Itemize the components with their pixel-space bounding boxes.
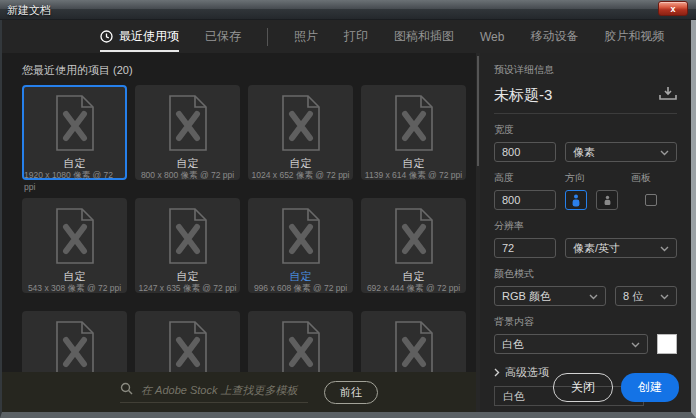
recent-document-card[interactable]: 自定 543 x 308 像素 @ 72 ppi	[22, 198, 127, 293]
tab-6[interactable]: 移动设备	[530, 20, 578, 53]
document-template-icon	[52, 207, 98, 269]
create-button[interactable]: 创建	[621, 373, 679, 402]
chevron-down-icon	[660, 290, 669, 302]
recent-document-card[interactable]: 自定 1247 x 635 像素 @ 72 ppi	[135, 198, 240, 293]
document-template-icon	[391, 207, 437, 269]
color-mode-dropdown[interactable]: RGB 颜色	[494, 286, 606, 306]
window-title: 新建文档	[7, 3, 51, 18]
background-contents-dropdown[interactable]: 白色	[494, 334, 648, 354]
close-button[interactable]: 关闭	[553, 373, 613, 402]
recent-document-card[interactable]: 自定 800 x 800 像素 @ 72 ppi	[135, 85, 240, 180]
tab-2[interactable]: 照片	[294, 20, 318, 53]
height-input[interactable]: 800	[494, 190, 556, 210]
search-icon	[120, 381, 133, 399]
background-color-swatch[interactable]	[657, 334, 677, 354]
resolution-input[interactable]: 72	[494, 238, 556, 258]
stock-search-input[interactable]: 在 Adobe Stock 上查找更多模板	[120, 381, 308, 403]
recent-document-card[interactable]: 自定 1139 x 614 像素 @ 72 ppi	[361, 85, 466, 180]
width-label: 宽度	[494, 123, 677, 137]
stock-go-button[interactable]: 前往	[324, 381, 378, 404]
height-label: 高度	[494, 171, 565, 185]
orientation-landscape-button[interactable]	[596, 190, 618, 210]
color-mode-label: 颜色模式	[494, 267, 677, 281]
orientation-label: 方向	[565, 171, 631, 185]
chevron-down-icon	[589, 290, 598, 302]
stock-search-placeholder: 在 Adobe Stock 上查找更多模板	[141, 383, 298, 398]
document-template-icon	[278, 94, 324, 156]
recent-document-card[interactable]: 自定 1024 x 652 像素 @ 72 ppi	[248, 85, 353, 180]
recent-items-header: 您最近使用的项目 (20)	[2, 53, 476, 78]
tab-1[interactable]: 已保存	[205, 20, 241, 53]
background-contents-label: 背景内容	[494, 315, 677, 329]
chevron-down-icon	[660, 146, 669, 158]
preset-details-header: 预设详细信息	[494, 63, 677, 77]
close-window-button[interactable]: x	[658, 1, 688, 16]
save-preset-icon[interactable]	[659, 87, 677, 105]
tab-7[interactable]: 胶片和视频	[604, 20, 664, 53]
artboard-checkbox[interactable]	[645, 194, 657, 206]
adobe-stock-search-bar: 在 Adobe Stock 上查找更多模板 前往	[2, 372, 476, 412]
recent-document-card[interactable]: 自定 996 x 608 像素 @ 72 ppi	[248, 198, 353, 293]
recent-items-grid: 自定 1920 x 1080 像素 @ 72 ppi 自定 800 x 800 …	[22, 85, 466, 406]
document-template-icon	[165, 207, 211, 269]
tab-3[interactable]: 打印	[344, 20, 368, 53]
orientation-portrait-button[interactable]	[565, 190, 587, 210]
document-template-icon	[391, 94, 437, 156]
chevron-right-icon	[494, 367, 500, 379]
clock-icon	[100, 30, 113, 43]
tab-5[interactable]: Web	[480, 20, 504, 53]
preset-details-panel: 预设详细信息 未标题-3 宽度 800 像素 高度 方向	[480, 53, 691, 412]
resolution-label: 分辨率	[494, 219, 677, 233]
chevron-down-icon	[631, 338, 640, 350]
tab-0[interactable]: 最近使用项	[100, 20, 179, 53]
tab-4[interactable]: 图稿和插图	[394, 20, 454, 53]
category-tab-bar: 最近使用项 已保存 照片 打印 图稿和插图 Web 移动设备	[2, 20, 691, 53]
recent-document-card[interactable]: 自定 692 x 444 像素 @ 72 ppi	[361, 198, 466, 293]
document-title-field[interactable]: 未标题-3	[494, 86, 552, 105]
title-bar: 新建文档 x	[0, 0, 696, 20]
recent-document-card[interactable]: 自定 1920 x 1080 像素 @ 72 ppi	[22, 85, 127, 180]
document-template-icon	[278, 207, 324, 269]
document-template-icon	[52, 94, 98, 156]
width-input[interactable]: 800	[494, 142, 556, 162]
document-template-icon	[165, 94, 211, 156]
tab-divider	[267, 28, 268, 46]
bit-depth-dropdown[interactable]: 8 位	[615, 286, 677, 306]
recent-items-section: 您最近使用的项目 (20) 自定 1920 x 1080 像素 @ 72 ppi…	[2, 53, 476, 412]
chevron-down-icon	[660, 242, 669, 254]
width-unit-dropdown[interactable]: 像素	[565, 142, 677, 162]
new-document-dialog: 最近使用项 已保存 照片 打印 图稿和插图 Web 移动设备	[0, 20, 696, 418]
artboard-label: 画板	[631, 171, 651, 185]
resolution-unit-dropdown[interactable]: 像素/英寸	[565, 238, 677, 258]
scrollbar-thumb[interactable]	[477, 56, 479, 166]
